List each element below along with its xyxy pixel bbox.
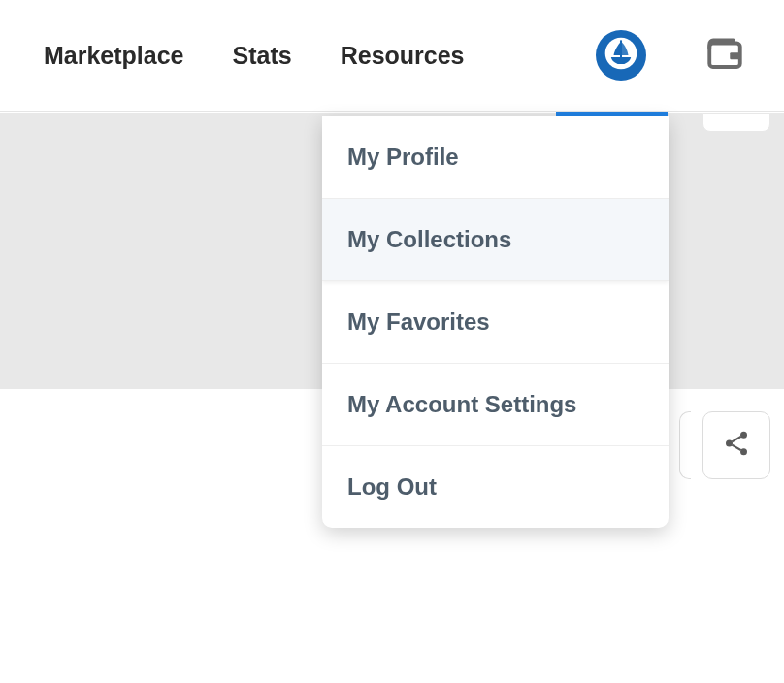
ship-icon [604,37,637,74]
profile-dropdown-menu: My Profile My Collections My Favorites M… [322,116,669,528]
profile-avatar[interactable] [596,30,646,81]
dropdown-item-my-account-settings[interactable]: My Account Settings [322,364,669,446]
nav-resources[interactable]: Resources [341,42,465,70]
header-icons-group [596,30,765,81]
dropdown-item-my-favorites[interactable]: My Favorites [322,281,669,364]
top-nav-bar: Marketplace Stats Resources [0,0,784,112]
dropdown-item-my-collections[interactable]: My Collections [322,199,669,281]
nav-stats[interactable]: Stats [233,42,292,70]
dropdown-item-my-profile[interactable]: My Profile [322,116,669,199]
dropdown-item-log-out[interactable]: Log Out [322,446,669,528]
share-icon [722,429,751,462]
nav-marketplace[interactable]: Marketplace [44,42,184,70]
svg-line-7 [732,437,740,442]
svg-line-8 [732,445,740,451]
nav-links-group: Marketplace Stats Resources [19,42,596,70]
partial-box [702,113,770,132]
svg-rect-3 [730,52,740,59]
wallet-icon [704,33,745,78]
wallet-button[interactable] [704,33,745,78]
svg-rect-1 [620,40,622,57]
share-button[interactable] [702,411,770,479]
partial-button-edge [679,411,691,479]
